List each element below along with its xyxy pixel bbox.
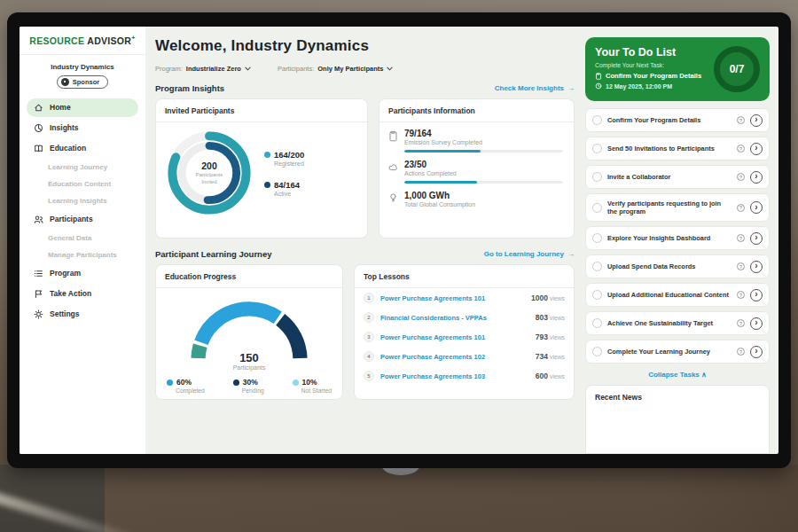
chevron-right-icon[interactable]: › (750, 346, 763, 358)
participants-dropdown[interactable]: Participants: Only My Participants (278, 65, 393, 73)
chevron-right-icon[interactable]: › (750, 317, 763, 330)
task-row-invite-collaborator[interactable]: Invite a Collaborator ? › (585, 165, 770, 189)
lesson-link[interactable]: Power Purchase Agreements 101 (380, 294, 525, 302)
progress-fill (404, 181, 477, 184)
check-more-insights-link[interactable]: Check More Insights → (495, 84, 575, 92)
task-row-verify-participants[interactable]: Verify participants requesting to join t… (585, 193, 770, 222)
chevron-right-icon[interactable]: › (750, 114, 763, 127)
logo-plus: + (131, 35, 135, 41)
legend-value: 30% (243, 378, 258, 387)
checkbox-circle-icon[interactable] (592, 115, 602, 125)
checkbox-circle-icon[interactable] (592, 203, 602, 213)
info-card-body: 79/164 Emission Survey Completed 23/50 A… (379, 122, 574, 207)
sidebar-item-label: Home (50, 103, 71, 112)
sidebar-item-general-data[interactable]: General Data (27, 231, 138, 246)
rank-badge: 4 (364, 351, 374, 362)
rank-badge: 5 (364, 371, 374, 381)
education-progress-card: Education Progress 150 Participants (155, 264, 343, 400)
chevron-right-icon[interactable]: › (750, 261, 763, 273)
task-row-achieve-target[interactable]: Achieve One Sustainability Target ? › (585, 311, 770, 335)
views-count: 734 (536, 352, 548, 361)
lesson-link[interactable]: Power Purchase Agreements 101 (380, 333, 529, 341)
sidebar-item-learning-journey[interactable]: Learning Journey (27, 160, 138, 175)
checkbox-circle-icon[interactable] (592, 347, 602, 356)
checkbox-circle-icon[interactable] (592, 262, 602, 271)
help-icon: ? (737, 291, 745, 299)
sidebar-item-learning-insights[interactable]: Learning Insights (27, 193, 138, 208)
task-row-complete-learning-journey[interactable]: Complete Your Learning Journey ? › (585, 340, 770, 364)
sidebar-item-label: Participants (50, 215, 93, 223)
sidebar-item-program[interactable]: Program (27, 264, 138, 283)
invited-participants-card: Invited Participants 200 Participants In… (155, 98, 368, 239)
page-title: Welcome, Industry Dynamics (155, 37, 575, 55)
recent-news-title: Recent News (595, 393, 760, 402)
stat-value: 23/50 (404, 160, 563, 169)
help-icon: ? (737, 116, 745, 124)
participants-icon (34, 215, 43, 224)
legend-item-not-started: 10% Not Started (293, 378, 332, 394)
arrow-right-icon: → (567, 250, 575, 258)
top-lessons-card: Top Lessons 1 Power Purchase Agreements … (354, 264, 575, 400)
sidebar-item-manage-participants[interactable]: Manage Participants (27, 247, 138, 262)
sidebar-item-education[interactable]: Education (27, 139, 138, 158)
sidebar-item-label: Take Action (50, 289, 91, 298)
actions-icon (388, 161, 398, 173)
sidebar-item-education-content[interactable]: Education Content (27, 176, 138, 192)
card-title: Top Lessons (355, 265, 574, 288)
chevron-right-icon[interactable]: › (750, 201, 763, 214)
chevron-right-icon[interactable]: › (750, 171, 763, 184)
task-label: Upload Additional Educational Content (607, 291, 732, 300)
checkbox-circle-icon[interactable] (592, 290, 602, 300)
logo-primary: RESOURCE (29, 35, 84, 46)
lesson-link[interactable]: Power Purchase Agreements 102 (380, 353, 529, 361)
progress-track (404, 181, 563, 184)
collapse-tasks-link[interactable]: Collapse Tasks ∧ (585, 371, 770, 379)
recent-news-card: Recent News (585, 385, 770, 454)
lesson-views: 793views (536, 332, 565, 341)
gauge-center: 150 Participants (183, 351, 316, 371)
sidebar-item-take-action[interactable]: Take Action (27, 285, 138, 303)
sidebar-item-settings[interactable]: Settings (27, 305, 138, 324)
task-row-upload-educational-content[interactable]: Upload Additional Educational Content ? … (585, 283, 770, 307)
task-row-explore-insights[interactable]: Explore Your Insights Dashboard ? › (585, 226, 770, 250)
todo-due: 12 May 2025, 12:00 PM (595, 82, 701, 90)
views-count: 1000 (531, 293, 548, 302)
views-count: 600 (536, 372, 548, 380)
chevron-right-icon[interactable]: › (750, 289, 763, 301)
checkbox-circle-icon[interactable] (592, 144, 602, 153)
legend-label: Registered (274, 160, 304, 167)
sidebar-item-label: Manage Participants (48, 251, 117, 259)
help-icon: ? (737, 262, 745, 270)
next-task-label: Confirm Your Program Details (606, 72, 701, 80)
chevron-right-icon[interactable]: › (750, 143, 763, 155)
sidebar-item-home[interactable]: Home (27, 98, 138, 117)
checkbox-circle-icon[interactable] (592, 318, 602, 328)
task-row-send-invitations[interactable]: Send 50 Invitations to Participants ? › (585, 137, 770, 160)
rank-badge: 1 (364, 293, 374, 303)
go-to-learning-journey-link[interactable]: Go to Learning Journey → (484, 250, 575, 258)
task-row-upload-spend-data[interactable]: Upload Spend Data Records ? › (585, 254, 770, 278)
monitor-bezel: RESOURCEADVISOR+ Industry Dynamics Spons… (7, 12, 791, 468)
sidebar-item-label: Education Content (48, 180, 111, 188)
task-row-confirm-program[interactable]: Confirm Your Program Details ? › (585, 108, 770, 132)
sidebar-item-label: Learning Insights (48, 197, 107, 205)
sidebar-item-insights[interactable]: Insights (27, 119, 138, 137)
donut-center: 200 Participants Invited (163, 127, 255, 219)
sidebar: RESOURCEADVISOR+ Industry Dynamics Spons… (20, 27, 145, 454)
sidebar-item-participants[interactable]: Participants (27, 210, 138, 229)
sidebar-item-label: General Data (48, 234, 91, 242)
sponsor-badge: Sponsor (57, 75, 108, 89)
lesson-views: 734views (536, 352, 565, 361)
chevron-up-icon: ∧ (701, 371, 707, 379)
lesson-link[interactable]: Power Purchase Agreements 103 (380, 372, 529, 380)
stat-label: Emission Survey Completed (404, 139, 563, 145)
stat-label: Total Global Consumption (404, 201, 563, 207)
section-title: Participant Learning Journey (155, 249, 271, 259)
chevron-right-icon[interactable]: › (750, 232, 763, 245)
background-shade (665, 465, 798, 532)
program-dropdown[interactable]: Program: Industrialize Zero (155, 65, 251, 73)
checkbox-circle-icon[interactable] (592, 172, 602, 182)
lesson-link[interactable]: Financial Considerations - VPPAs (380, 314, 529, 322)
legend-item-registered: 164/200 Registered (264, 150, 304, 167)
checkbox-circle-icon[interactable] (592, 233, 602, 243)
